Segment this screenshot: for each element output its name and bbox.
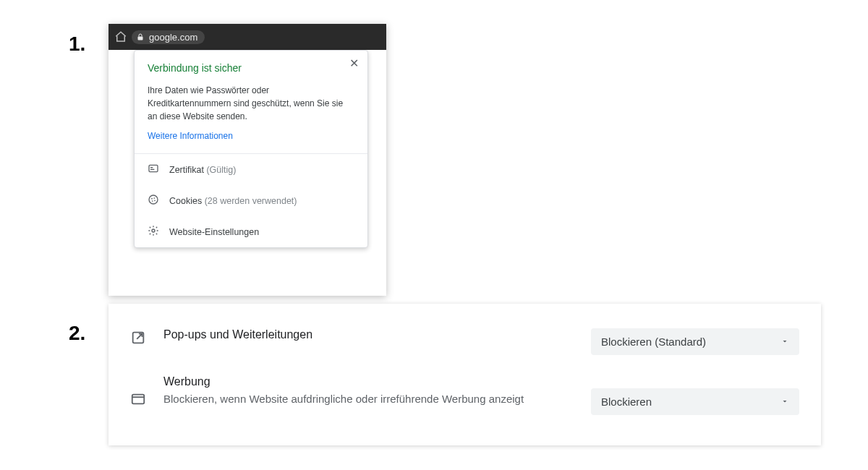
- site-settings-label: Website-Einstellungen: [169, 227, 259, 237]
- svg-rect-11: [132, 395, 145, 404]
- svg-point-9: [152, 229, 155, 232]
- popups-title: Pop-ups und Weiterleitungen: [163, 328, 574, 341]
- svg-point-7: [152, 200, 153, 202]
- close-icon[interactable]: ✕: [349, 58, 359, 69]
- svg-point-8: [154, 200, 156, 201]
- step-number-2: 2.: [69, 322, 85, 345]
- chevron-down-icon: [780, 336, 789, 348]
- url-text: google.com: [149, 32, 197, 43]
- popups-setting-row: Pop-ups und Weiterleitungen Blockieren (…: [130, 318, 799, 365]
- ads-setting-row: Werbung Blockieren, wenn Website aufdrin…: [130, 365, 799, 425]
- step-number-1: 1.: [69, 33, 85, 56]
- popups-select-value: Blockieren (Standard): [601, 336, 706, 348]
- cookie-icon: [148, 194, 159, 208]
- chevron-down-icon: [780, 396, 789, 408]
- site-info-popup: ✕ Verbindung ist sicher Ihre Daten wie P…: [134, 50, 368, 248]
- svg-rect-2: [150, 167, 153, 168]
- svg-rect-0: [138, 37, 143, 40]
- svg-rect-3: [150, 169, 154, 170]
- certificate-status: (Gültig): [206, 165, 236, 175]
- popup-icon: [130, 330, 146, 346]
- ads-subtitle: Blockieren, wenn Website aufdringliche o…: [163, 391, 540, 406]
- lock-icon: [136, 33, 145, 41]
- cookies-label: Cookies: [169, 196, 202, 206]
- gear-icon: [148, 225, 159, 239]
- certificate-label: Zertifikat: [169, 165, 204, 175]
- certificate-icon: [148, 163, 159, 176]
- cookies-row[interactable]: Cookies (28 werden verwendet): [135, 185, 367, 216]
- ads-select-value: Blockieren: [601, 396, 652, 408]
- site-settings-panel: Pop-ups und Weiterleitungen Blockieren (…: [109, 304, 821, 445]
- svg-point-6: [153, 197, 155, 199]
- learn-more-link[interactable]: Weitere Informationen: [148, 131, 233, 141]
- ads-title: Werbung: [163, 375, 574, 388]
- connection-secure-title: Verbindung ist sicher: [148, 62, 354, 74]
- site-settings-row[interactable]: Website-Einstellungen: [135, 216, 367, 247]
- popups-select[interactable]: Blockieren (Standard): [591, 328, 799, 355]
- ads-select[interactable]: Blockieren: [591, 388, 799, 415]
- svg-point-4: [149, 195, 158, 204]
- address-pill[interactable]: google.com: [132, 30, 205, 44]
- cookies-status: (28 werden verwendet): [205, 196, 297, 206]
- browser-window: google.com ✕ Verbindung ist sicher Ihre …: [109, 24, 386, 296]
- address-bar: google.com: [109, 24, 386, 50]
- certificate-row[interactable]: Zertifikat (Gültig): [135, 154, 367, 185]
- svg-point-5: [151, 198, 153, 200]
- svg-rect-1: [149, 165, 158, 171]
- home-icon[interactable]: [114, 30, 127, 43]
- ads-icon: [130, 391, 146, 407]
- connection-secure-description: Ihre Daten wie Passwörter oder Kreditkar…: [148, 84, 354, 123]
